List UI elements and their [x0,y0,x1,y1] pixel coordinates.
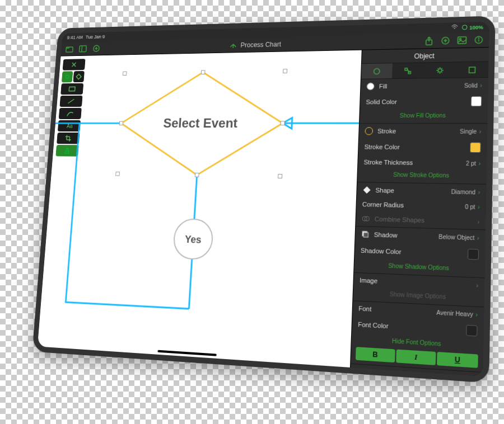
screen: 9:41 AM Tue Jan 9 100% [38,22,489,376]
svg-point-12 [459,38,461,40]
section-shape: Shape Diamond› Corner Radius 0 pt› Combi… [356,182,486,230]
stroke-thickness-row[interactable]: Stroke Thickness 2 pt› [358,155,487,170]
section-fill: Fill Solid› Solid Color Show Fill Option… [360,78,488,124]
stroke-icon [365,127,373,135]
share-icon[interactable] [423,36,434,46]
tab-canvas[interactable] [456,62,489,77]
stroke-color-row[interactable]: Stroke Color [358,138,487,156]
selection-handle[interactable] [123,72,127,76]
wifi-icon [451,24,459,31]
status-time: 9:41 AM [67,35,83,40]
image-icon[interactable] [456,35,468,45]
stroke-row[interactable]: Stroke Single› [359,124,487,139]
selection-handle[interactable] [278,174,282,178]
tablet-frame: 9:41 AM Tue Jan 9 100% [32,16,495,383]
diamond-icon [363,186,371,194]
section-shadow: Shadow Below Object› Shadow Color Show S… [354,227,486,279]
shadow-color-swatch [468,249,479,260]
svg-point-0 [463,25,468,29]
stroke-options-link[interactable]: Show Stroke Options [357,169,487,184]
shadow-icon [361,230,370,238]
decision-label: Select Event [163,116,239,130]
selection-handle[interactable] [115,172,120,176]
add-icon[interactable] [440,35,451,45]
svg-point-33 [367,83,374,89]
font-color-swatch [466,325,477,337]
inspector-panel: Object Fill Solid› Solid Color [350,48,489,376]
tab-connections[interactable] [392,63,424,78]
status-date: Tue Jan 9 [86,34,105,40]
section-font: Font Avenir Heavy› Font Color Hide Font … [351,301,484,373]
selection-handle[interactable] [119,121,124,125]
italic-button[interactable]: I [396,350,436,365]
inspector-tabs [361,62,489,79]
selection-handle[interactable] [281,121,285,125]
stroke-color-swatch [470,142,481,153]
content-area: Aa [38,48,489,376]
selection-handle[interactable] [201,70,206,74]
connector-down-2[interactable] [189,258,192,309]
connector-down-1[interactable] [194,175,197,220]
fill-icon [366,82,375,90]
info-icon[interactable] [473,35,484,45]
svg-rect-32 [469,67,475,72]
fill-row[interactable]: Fill Solid› [361,78,488,94]
battery-indicator: 100% [462,23,483,30]
section-stroke: Stroke Single› Stroke Color Stroke Thick… [357,124,487,185]
sidebar-toggle-icon[interactable] [78,44,88,53]
svg-point-31 [438,68,441,72]
inspector-title: Object [362,48,489,64]
selection-handle[interactable] [195,173,199,177]
fill-color-swatch [471,96,482,107]
document-title[interactable]: Process Chart [229,40,282,49]
svg-rect-38 [363,233,368,238]
tab-object[interactable] [361,63,393,79]
fill-options-link[interactable]: Show Fill Options [360,110,488,123]
tab-properties[interactable] [423,62,456,78]
canvas[interactable]: Aa [38,50,362,368]
selection-handle[interactable] [283,69,287,73]
underline-button[interactable]: U [437,352,478,368]
documents-icon[interactable] [65,44,74,54]
add-circle-icon[interactable] [92,44,101,53]
svg-line-3 [82,45,82,51]
terminal-label: Yes [185,234,202,246]
svg-rect-28 [405,68,407,70]
svg-point-15 [478,37,479,38]
combine-icon [362,215,370,223]
svg-marker-34 [363,186,371,193]
svg-rect-2 [80,45,87,51]
fill-color-row[interactable]: Solid Color [360,93,488,111]
svg-point-27 [374,68,380,74]
bold-button[interactable]: B [356,347,395,362]
canvas-svg: Select Event Yes [38,50,362,368]
